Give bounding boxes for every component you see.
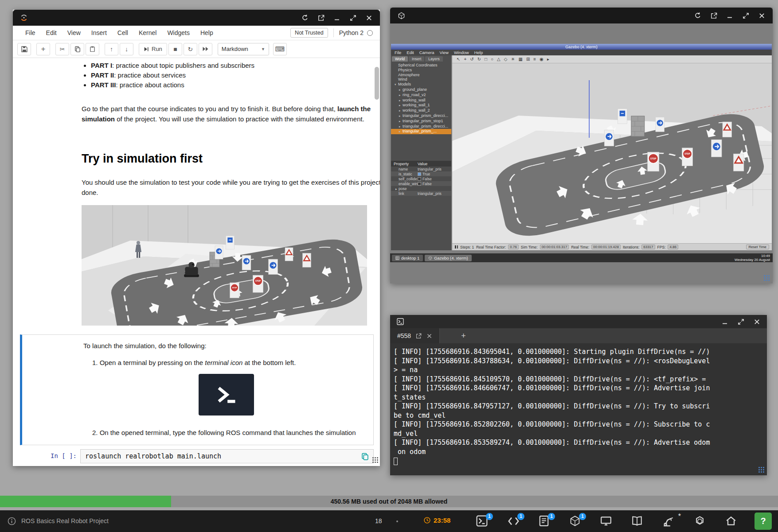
menu-widgets[interactable]: Widgets — [162, 29, 195, 36]
open-external-icon[interactable] — [315, 13, 327, 23]
dock-book-icon[interactable] — [631, 515, 644, 528]
copy-cell-button[interactable] — [70, 43, 84, 55]
not-trusted-badge[interactable]: Not Trusted — [290, 28, 328, 38]
tree-item[interactable]: ▸working_wall_1 — [391, 103, 451, 108]
copy-code-icon[interactable] — [361, 453, 369, 460]
run-button[interactable]: Run — [139, 43, 167, 55]
tree-expand-icon[interactable]: ▾ — [395, 82, 398, 87]
property-row[interactable]: name triangular_pris — [391, 167, 451, 171]
move-cell-down-button[interactable]: ↓ — [120, 43, 133, 55]
checkbox-icon[interactable] — [418, 182, 421, 186]
tab-insert[interactable]: Insert — [409, 56, 424, 62]
tree-item[interactable]: ▸working_wall — [391, 98, 451, 103]
tree-item[interactable]: Physics — [391, 68, 451, 73]
steps-control[interactable]: Steps: 1 — [460, 245, 474, 249]
dock-chatgpt-icon[interactable] — [694, 515, 706, 528]
menu-view[interactable]: View — [62, 29, 86, 36]
checkbox-icon[interactable] — [418, 177, 421, 181]
property-row[interactable]: enable_wind False — [391, 181, 451, 186]
resize-grip[interactable] — [763, 275, 770, 281]
dock-monitor-icon[interactable] — [600, 515, 613, 528]
gazebo-tool-icon[interactable]: ≡ — [533, 55, 536, 63]
terminal-output[interactable]: [ INFO] [1755686916.843695041, 0.0010000… — [390, 343, 767, 475]
minimize-icon[interactable] — [724, 11, 735, 20]
resize-grip[interactable] — [372, 457, 379, 463]
close-icon[interactable] — [756, 11, 767, 20]
pause-icon[interactable] — [455, 245, 458, 249]
gazebo-tool-icon[interactable]: ▸ — [547, 55, 549, 63]
add-cell-button[interactable]: + — [36, 43, 50, 55]
reload-icon[interactable] — [692, 11, 704, 20]
tab-world[interactable]: World — [392, 56, 408, 62]
code-input[interactable]: roslaunch realrobotlab main.launch — [80, 449, 374, 463]
dock-notebook-icon[interactable]: 1 — [538, 515, 551, 528]
gazebo-tool-icon[interactable]: ☀ — [511, 55, 515, 63]
tree-item[interactable]: ▸working_wall_2 — [391, 108, 451, 113]
dock-gazebo-icon[interactable]: 1 — [569, 515, 582, 528]
reload-icon[interactable] — [299, 13, 311, 23]
property-row[interactable]: is_static True — [391, 171, 451, 176]
checkbox-icon[interactable] — [418, 172, 421, 176]
stop-button[interactable]: ■ — [168, 43, 182, 55]
menu-kernel[interactable]: Kernel — [133, 29, 162, 36]
gazebo-menu-item[interactable]: Edit — [407, 50, 414, 55]
property-row[interactable]: ▸pose — [391, 186, 451, 191]
menu-edit[interactable]: Edit — [41, 29, 62, 36]
remote-desktop[interactable]: Gazebo (4. xterm) FileEditCameraViewWind… — [390, 23, 773, 283]
menu-file[interactable]: File — [20, 29, 41, 36]
terminal-titlebar[interactable] — [390, 315, 767, 328]
gazebo-titlebar[interactable] — [390, 8, 773, 23]
save-button[interactable] — [17, 43, 31, 55]
move-cell-up-button[interactable]: ↑ — [105, 43, 118, 55]
gazebo-menu-item[interactable]: Help — [474, 50, 483, 55]
resize-grip[interactable] — [758, 466, 765, 473]
info-icon[interactable] — [7, 516, 16, 526]
gazebo-tool-icon[interactable]: △ — [497, 55, 500, 63]
gazebo-tool-icon[interactable]: ▦ — [518, 55, 522, 63]
gazebo-menu-item[interactable]: View — [439, 50, 448, 55]
gazebo-tool-icon[interactable]: ◉ — [540, 55, 543, 63]
gazebo-tool-icon[interactable]: ↖ — [457, 55, 460, 63]
tree-item[interactable]: ▸triangular_prism_direcci... — [391, 124, 451, 129]
tree-expand-icon[interactable]: ▸ — [399, 124, 403, 129]
gazebo-tool-icon[interactable]: + — [464, 55, 466, 63]
tree-item[interactable]: ▸ring_road_v2 — [391, 93, 451, 98]
restart-kernel-button[interactable]: ↻ — [184, 43, 197, 55]
property-row[interactable]: self_collide False — [391, 176, 451, 181]
tree-item[interactable]: Spherical Coordinates — [391, 63, 451, 68]
dock-terminal-icon[interactable]: 1 — [476, 515, 489, 528]
close-icon[interactable] — [363, 13, 375, 23]
tree-item[interactable]: ▸triangular_prism_... — [391, 129, 451, 134]
menu-cell[interactable]: Cell — [112, 29, 133, 36]
tree-item[interactable]: Wind — [391, 77, 451, 82]
gazebo-tool-icon[interactable]: □ — [485, 55, 487, 63]
dock-home-icon[interactable] — [725, 515, 738, 528]
help-button[interactable]: ? — [755, 513, 772, 530]
desktop-switcher[interactable]: desktop 1 — [392, 255, 423, 261]
tree-expand-icon[interactable]: ▸ — [399, 129, 403, 134]
gazebo-menu-item[interactable]: Camera — [419, 50, 434, 55]
tree-expand-icon[interactable]: ▸ — [399, 93, 403, 98]
new-tab-button[interactable]: + — [461, 331, 466, 341]
cut-cell-button[interactable]: ✂ — [55, 43, 69, 55]
tree-item[interactable]: ▸triangular_prism_direcci... — [391, 113, 451, 119]
tree-item[interactable]: ▸ground_plane — [391, 87, 451, 93]
cell-type-select[interactable]: Markdown▼ — [218, 43, 269, 55]
tree-item[interactable]: ▾Models — [391, 82, 451, 87]
gazebo-tool-icon[interactable]: ◇ — [504, 55, 508, 63]
property-row[interactable]: link triangular_pris — [391, 191, 451, 196]
restart-run-all-button[interactable] — [199, 43, 212, 55]
tree-expand-icon[interactable]: ▸ — [399, 109, 403, 113]
tree-expand-icon[interactable]: ▸ — [399, 119, 403, 124]
gazebo-3d-viewport[interactable]: ↖+↺↻□○△◇☀▦⊞≡◉▸ Steps: 1 Real Time Factor… — [452, 55, 772, 250]
tree-expand-icon[interactable]: ▸ — [399, 114, 403, 119]
tree-expand-icon[interactable]: ▸ — [399, 103, 403, 108]
gazebo-tool-icon[interactable]: ○ — [491, 55, 493, 63]
dock-code-editor-icon[interactable]: 1 — [508, 515, 520, 528]
tree-item[interactable]: Atmosphere — [391, 73, 451, 78]
scrollbar-thumb[interactable] — [375, 67, 379, 100]
close-icon[interactable] — [751, 317, 762, 326]
gazebo-tool-icon[interactable]: ↻ — [477, 55, 481, 63]
close-tab-icon[interactable] — [426, 333, 432, 339]
maximize-icon[interactable] — [740, 11, 751, 20]
